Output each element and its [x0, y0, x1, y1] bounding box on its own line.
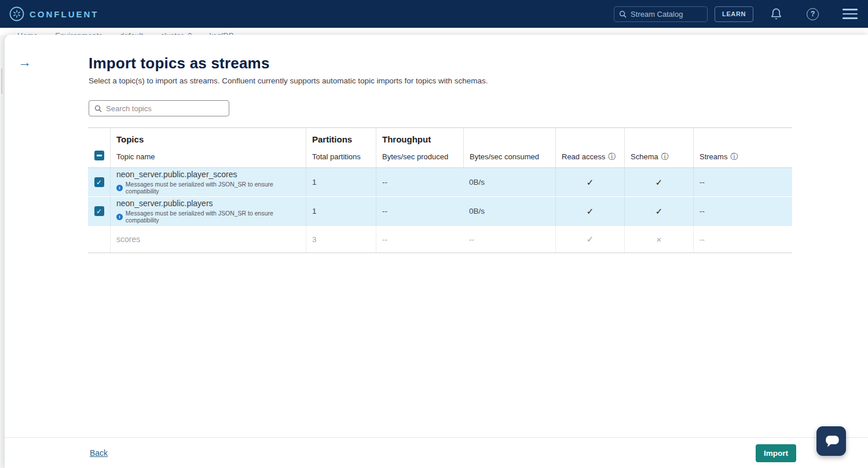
read-access-check-icon: ✓: [555, 168, 624, 196]
row-checkbox-cell: [88, 197, 110, 225]
bytes-consumed-cell: --: [463, 226, 555, 253]
collapse-panel-arrow-icon[interactable]: →: [18, 56, 31, 69]
bytes-consumed-cell: 0B/s: [463, 168, 555, 196]
chat-widget-button[interactable]: [816, 426, 846, 456]
info-icon: [116, 185, 123, 191]
header-partitions: Partitions Total partitions: [306, 128, 376, 167]
select-all-checkbox[interactable]: [94, 151, 104, 160]
partitions-cell: 3: [306, 226, 376, 253]
header-bytes-produced: Throughput Bytes/sec produced: [376, 128, 463, 167]
partitions-cell: 1: [306, 168, 376, 196]
streams-cell: --: [693, 226, 792, 253]
help-icon[interactable]: [807, 8, 819, 20]
bytes-consumed-cell: 0B/s: [463, 197, 555, 225]
search-icon: [94, 105, 102, 112]
partitions-cell: 1: [306, 197, 376, 225]
row-checkbox[interactable]: [94, 206, 104, 216]
bytes-produced-cell: --: [376, 197, 463, 225]
table-row[interactable]: neon_server.public.players Messages must…: [88, 197, 792, 226]
stream-catalog-search-input[interactable]: [631, 10, 694, 19]
search-icon: [619, 10, 627, 18]
schema-check-icon: ✓: [624, 168, 693, 196]
import-topics-panel: → Import topics as streams Select a topi…: [5, 35, 868, 468]
page-subtitle: Select a topic(s) to import as streams. …: [89, 76, 488, 85]
header-read-access: Read accessⓘ: [555, 128, 624, 167]
topic-cell: neon_server.public.player_scores Message…: [110, 168, 306, 196]
back-link[interactable]: Back: [90, 448, 108, 458]
streams-cell: --: [693, 168, 792, 196]
bytes-produced-cell: --: [376, 168, 463, 196]
confluent-logo-icon: [9, 6, 24, 21]
header-bytes-consumed: Bytes/sec consumed: [463, 128, 555, 167]
row-checkbox-cell: [88, 168, 110, 196]
panel-footer: Back Import: [5, 437, 868, 468]
header-checkbox-cell: [88, 128, 110, 167]
streams-info-icon[interactable]: ⓘ: [730, 153, 738, 160]
table-row[interactable]: neon_server.public.player_scores Message…: [88, 168, 792, 197]
header-topics: Topics Topic name: [110, 128, 306, 167]
topic-note-text: Messages must be serialized with JSON_SR…: [126, 181, 306, 195]
topic-cell: neon_server.public.players Messages must…: [110, 197, 306, 225]
read-access-check-icon: ✓: [555, 226, 624, 253]
hamburger-menu-icon[interactable]: [843, 9, 858, 19]
table-row-disabled: scores 3 -- -- ✓ × --: [88, 226, 792, 253]
page-title: Import topics as streams: [89, 54, 270, 72]
topic-search-input[interactable]: [106, 104, 216, 113]
streams-cell: --: [693, 197, 792, 225]
stream-catalog-search[interactable]: [614, 6, 708, 22]
topic-search[interactable]: [89, 100, 229, 116]
schema-check-icon: ✓: [624, 197, 693, 225]
page-edge-divider: [1, 68, 2, 94]
read-access-info-icon[interactable]: ⓘ: [608, 153, 616, 160]
header-streams: Streamsⓘ: [693, 128, 792, 167]
confluent-logo[interactable]: CONFLUENT: [9, 6, 99, 21]
read-access-check-icon: ✓: [555, 197, 624, 225]
schema-cross-icon: ×: [624, 226, 693, 253]
table-header: Topics Topic name Partitions Total parti…: [88, 127, 792, 168]
topics-table: Topics Topic name Partitions Total parti…: [88, 127, 792, 253]
learn-button[interactable]: LEARN: [715, 6, 753, 22]
top-navigation-bar: CONFLUENT LEARN: [0, 0, 868, 28]
speech-bubble-icon: [823, 434, 840, 449]
import-button[interactable]: Import: [756, 444, 796, 462]
schema-info-icon[interactable]: ⓘ: [661, 153, 669, 160]
brand-name: CONFLUENT: [30, 9, 99, 19]
row-checkbox[interactable]: [94, 177, 104, 187]
info-icon: [116, 214, 123, 220]
row-checkbox-cell: [88, 226, 110, 253]
topic-note-text: Messages must be serialized with JSON_SR…: [126, 210, 306, 224]
bytes-produced-cell: --: [376, 226, 463, 253]
notifications-bell-icon[interactable]: [770, 8, 782, 20]
topic-cell: scores: [110, 226, 306, 253]
header-schema: Schemaⓘ: [624, 128, 693, 167]
